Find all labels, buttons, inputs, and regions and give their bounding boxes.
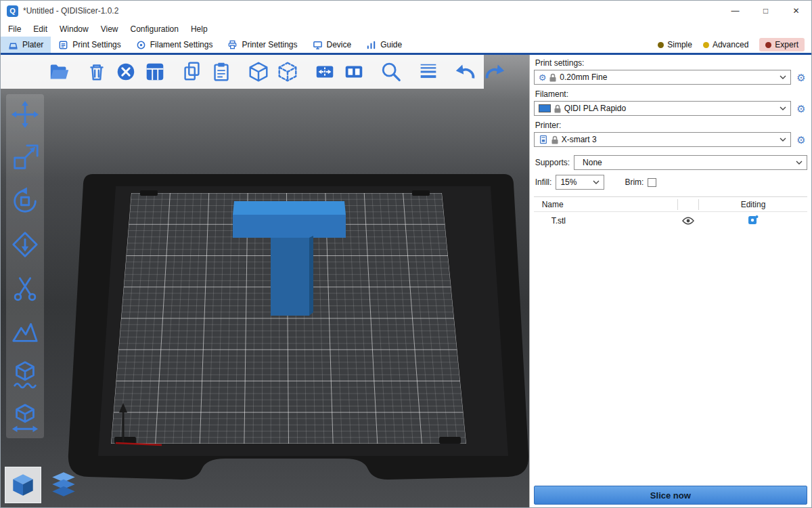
app-window: Q *Untitled - QIDISlicer-1.0.2 — □ ✕ Fil… [0,0,812,508]
trash-icon [85,60,108,83]
3d-viewport[interactable] [1,55,529,508]
tab-printer-settings[interactable]: Printer Settings [220,37,304,53]
3d-editor-view-button[interactable] [5,467,41,503]
filament-combo[interactable]: QIDI PLA Rapido [534,101,791,116]
lock-icon [554,104,561,113]
printer-combo[interactable]: X-smart 3 [534,132,791,147]
mode-simple[interactable]: Simple [658,40,692,49]
copy-icon [181,60,204,83]
search-button[interactable] [380,60,403,83]
menu-bar: File Edit Window View Configuration Help [1,21,811,37]
3d-editor-cube-icon [9,471,37,499]
tab-guide[interactable]: Guide [359,37,409,53]
view-switcher [5,467,82,503]
remove-instance-cube-icon [276,60,299,83]
tab-label: Plater [22,40,43,49]
device-tab-icon [313,40,323,50]
rotate-icon [10,186,40,216]
printer-edit-button[interactable]: ⚙ [795,135,807,145]
3d-scene-canvas[interactable] [1,55,529,508]
menu-help[interactable]: Help [185,24,214,34]
split-to-objects-button[interactable] [313,60,336,83]
brim-checkbox[interactable] [648,178,656,187]
close-button[interactable]: ✕ [781,1,811,21]
advanced-mode-dot-icon [703,42,709,48]
print-settings-combo[interactable]: ⚙ 0.20mm Fine [534,70,791,85]
place-on-face-tool-button[interactable] [10,230,40,259]
menu-configuration[interactable]: Configuration [125,24,185,34]
arrange-button[interactable] [143,60,166,83]
lock-icon [549,73,556,82]
editing-icon[interactable] [748,215,759,226]
arrange-icon [143,60,166,83]
remove-instance-button[interactable] [276,60,299,83]
paste-icon [210,60,233,83]
open-button[interactable] [48,60,71,83]
redo-button[interactable] [483,60,506,83]
paste-button[interactable] [210,60,233,83]
chevron-down-icon [796,161,803,165]
rotate-tool-button[interactable] [10,186,40,216]
infill-value: 15% [560,177,577,187]
plate-clip [140,190,158,196]
preview-layers-icon [48,469,79,501]
tab-print-settings[interactable]: Print Settings [51,37,128,53]
place-on-face-icon [10,230,40,259]
slice-now-button[interactable]: Slice now [534,486,807,505]
tab-plater[interactable]: Plater [1,37,51,53]
open-folder-icon [48,60,71,83]
expert-mode-dot-icon [765,42,771,48]
layer-height-icon [417,60,440,83]
search-icon [380,60,403,83]
support-paint-tool-button[interactable] [10,316,40,346]
add-instance-button[interactable] [247,60,270,83]
delete-button[interactable] [85,60,108,83]
print-settings-edit-button[interactable]: ⚙ [795,72,807,83]
delete-all-button[interactable] [114,60,137,83]
gizmo-toolbar [6,94,44,438]
chevron-down-icon [780,75,786,79]
variable-layer-height-button[interactable] [417,60,440,83]
simple-mode-dot-icon [658,42,664,48]
mode-expert[interactable]: Expert [759,38,805,51]
chevron-down-icon [780,106,786,110]
minimize-button[interactable]: — [720,1,750,21]
tab-device[interactable]: Device [305,37,359,53]
tab-filament-settings[interactable]: Filament Settings [129,37,221,53]
cut-tool-button[interactable] [10,273,40,303]
object-name: T.stl [534,216,677,226]
eye-icon[interactable] [682,217,694,225]
scale-tool-button[interactable] [10,143,40,173]
split-to-parts-button[interactable] [342,60,365,83]
tab-bar: Plater Print Settings Filament Settings … [1,37,811,55]
filament-label: Filament: [535,89,807,99]
move-tool-button[interactable] [10,100,40,129]
infill-combo[interactable]: 15% [556,175,604,190]
split-parts-icon [342,60,365,83]
maximize-button[interactable]: □ [750,1,781,21]
mode-switcher: Simple Advanced Expert [658,37,811,53]
supports-label: Supports: [535,158,570,167]
printer-settings-tab-icon [227,40,238,50]
menu-window[interactable]: Window [53,24,95,34]
menu-file[interactable]: File [2,24,27,34]
object-row-tstl[interactable]: T.stl [534,212,807,230]
measure-icon [10,403,40,433]
undo-button[interactable] [454,60,477,83]
menu-view[interactable]: View [95,24,125,34]
menu-edit[interactable]: Edit [27,24,53,34]
copy-button[interactable] [181,60,204,83]
scale-icon [10,143,40,173]
filament-edit-button[interactable]: ⚙ [795,104,807,114]
tab-label: Print Settings [72,40,120,49]
mode-label: Expert [775,40,798,49]
seam-paint-tool-button[interactable] [10,360,40,389]
supports-combo[interactable]: None [574,155,807,170]
column-separator [677,199,678,210]
preview-view-button[interactable] [45,467,82,503]
undo-arrow-icon [454,60,477,83]
measure-tool-button[interactable] [10,403,40,433]
lock-icon [551,135,558,144]
mode-advanced[interactable]: Advanced [703,40,748,49]
printer-icon [539,135,548,144]
